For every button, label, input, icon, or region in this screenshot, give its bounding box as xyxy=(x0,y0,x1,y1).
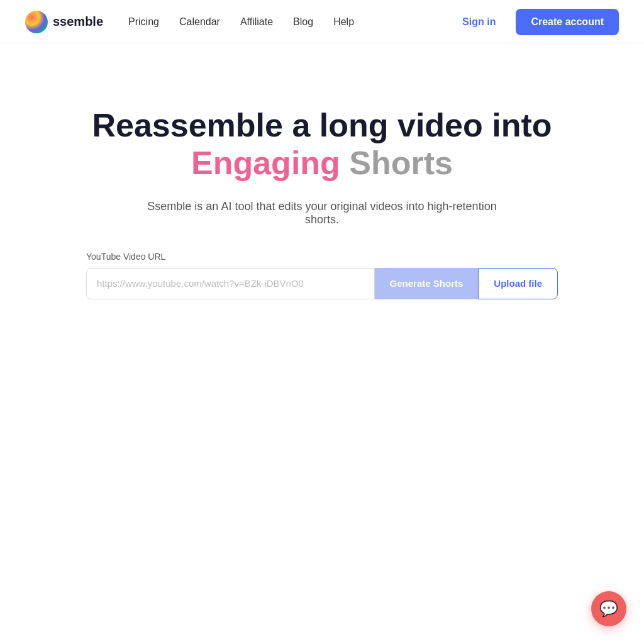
ssemble-logo-icon xyxy=(25,11,48,33)
hero-title-line1: Reassemble a long video into xyxy=(92,107,552,145)
chat-icon: 💬 xyxy=(599,600,618,618)
nav-blog[interactable]: Blog xyxy=(293,16,313,28)
nav-pricing[interactable]: Pricing xyxy=(128,16,159,28)
create-account-button[interactable]: Create account xyxy=(516,9,619,35)
hero-section: Reassemble a long video into Engaging Sh… xyxy=(0,44,644,337)
url-section: YouTube Video URL Generate Shorts Upload… xyxy=(86,252,558,299)
logo-link[interactable]: ssemble xyxy=(25,11,103,33)
nav-links: Pricing Calendar Affiliate Blog Help xyxy=(128,16,452,28)
hero-title-line2: Engaging Shorts xyxy=(191,145,453,182)
hero-title-shorts: Shorts xyxy=(349,145,453,181)
hero-title-engaging: Engaging xyxy=(191,145,340,181)
navbar: ssemble Pricing Calendar Affiliate Blog … xyxy=(0,0,644,44)
svg-point-0 xyxy=(25,11,48,33)
nav-actions: Sign in Create account xyxy=(452,9,619,35)
sign-in-button[interactable]: Sign in xyxy=(452,11,506,33)
generate-shorts-button[interactable]: Generate Shorts xyxy=(375,268,479,299)
nav-calendar[interactable]: Calendar xyxy=(179,16,220,28)
nav-help[interactable]: Help xyxy=(333,16,354,28)
chat-bubble-button[interactable]: 💬 xyxy=(591,591,626,626)
url-input-row: Generate Shorts Upload file xyxy=(86,268,558,299)
url-label: YouTube Video URL xyxy=(86,252,558,262)
hero-subtitle: Ssemble is an AI tool that edits your or… xyxy=(133,200,511,226)
upload-file-button[interactable]: Upload file xyxy=(478,268,558,299)
logo-text: ssemble xyxy=(53,14,103,29)
nav-affiliate[interactable]: Affiliate xyxy=(240,16,273,28)
youtube-url-input[interactable] xyxy=(86,268,375,299)
